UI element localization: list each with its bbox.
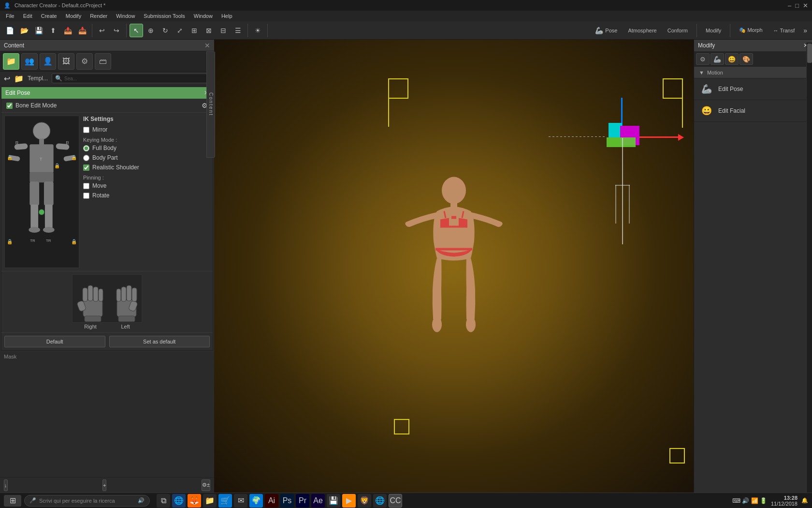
- motion-label: Motion: [707, 70, 723, 75]
- default-button[interactable]: Default: [4, 336, 105, 347]
- taskbar-app-premiere[interactable]: Pr: [296, 494, 309, 508]
- taskbar-app-firefox[interactable]: 🦊: [188, 494, 201, 508]
- toolbar-align[interactable]: ⊠: [202, 24, 216, 37]
- taskbar-app-ae[interactable]: Ae: [311, 494, 325, 508]
- menu-edit[interactable]: Edit: [19, 12, 36, 20]
- right-tab-color[interactable]: 🎨: [740, 53, 753, 65]
- template-icon: ↩: [4, 74, 10, 83]
- menu-modify[interactable]: Modify: [62, 12, 85, 20]
- pose-editor-body: R R T TR TR 🔒 🔒 🔒: [1, 113, 213, 271]
- toolbar-light[interactable]: ☀: [251, 24, 264, 37]
- close-button[interactable]: ✕: [803, 2, 808, 9]
- toolbar-scale[interactable]: ⤢: [173, 24, 187, 37]
- realistic-shoulder-row[interactable]: Realistic Shoulder: [83, 164, 210, 171]
- bottom-add-button[interactable]: +: [102, 479, 106, 491]
- toolbar-new[interactable]: 📄: [3, 24, 16, 37]
- content-tab-characters[interactable]: 👥: [21, 53, 38, 70]
- taskbar-app-taskview[interactable]: ⧉: [157, 494, 170, 508]
- taskbar-app-store[interactable]: 🛒: [218, 494, 232, 508]
- toolbar-save[interactable]: 💾: [32, 24, 45, 37]
- toolbar-open[interactable]: 📂: [17, 24, 31, 37]
- hand-svg: [73, 276, 141, 322]
- taskbar-app-illustrator[interactable]: Ai: [265, 494, 278, 508]
- bottom-down-button[interactable]: ↓: [4, 479, 8, 491]
- move-checkbox[interactable]: [83, 183, 89, 189]
- toolbar-distribute[interactable]: ⊟: [217, 24, 230, 37]
- search-bar[interactable]: 🔍 Sea...: [52, 74, 210, 83]
- taskbar-app-edge[interactable]: 🌍: [249, 494, 263, 508]
- taskbar-app-misc2[interactable]: 🌐: [373, 494, 387, 508]
- toolbar-transform[interactable]: ⊕: [144, 24, 158, 37]
- mirror-checkbox[interactable]: [83, 127, 89, 133]
- transf-label: ↔ Transf: [773, 28, 795, 33]
- right-tab-figure[interactable]: 🦾: [710, 53, 724, 65]
- body-part-radio[interactable]: [83, 155, 89, 161]
- content-tab-avatar[interactable]: 👤: [40, 53, 56, 70]
- menu-window[interactable]: Window: [112, 12, 139, 20]
- content-tab-images[interactable]: 🖼: [58, 53, 74, 70]
- move-row[interactable]: Move: [83, 182, 210, 189]
- minimize-button[interactable]: –: [788, 2, 791, 9]
- taskbar-app-mail[interactable]: ✉: [234, 494, 247, 508]
- taskbar-notification[interactable]: 🔔: [801, 497, 808, 504]
- toolbar-undo[interactable]: ↩: [95, 24, 109, 37]
- right-scrollbar[interactable]: [806, 43, 812, 493]
- taskbar-app-folder[interactable]: 📁: [203, 494, 217, 508]
- right-tab-settings[interactable]: ⚙: [696, 53, 710, 65]
- toolbar-more[interactable]: »: [801, 24, 809, 37]
- start-button[interactable]: ⊞: [4, 495, 21, 507]
- right-tab-face[interactable]: 😀: [725, 53, 739, 65]
- rotate-row[interactable]: Rotate: [83, 192, 210, 199]
- mirror-row[interactable]: Mirror: [83, 126, 210, 133]
- taskbar-app-misc1[interactable]: 🦁: [358, 494, 371, 508]
- set-as-default-button[interactable]: Set as default: [109, 336, 210, 347]
- toolbar-redo[interactable]: ↪: [110, 24, 123, 37]
- toolbar-snap[interactable]: ⊞: [188, 24, 201, 37]
- toolbar-rotate2[interactable]: ↻: [159, 24, 172, 37]
- toolbar-select[interactable]: ↖: [130, 24, 143, 37]
- bottom-controls: ↓ + ⚙±: [0, 477, 214, 493]
- toolbar-modify[interactable]: Modify: [702, 24, 725, 37]
- toolbar-export[interactable]: 📤: [61, 24, 74, 37]
- toolbar-grid[interactable]: ☰: [231, 24, 245, 37]
- lock-icon-bl: 🔒: [7, 239, 13, 244]
- taskbar-app-photoshop[interactable]: Ps: [280, 494, 294, 508]
- viewport[interactable]: [214, 40, 694, 493]
- right-scrollbar-thumb[interactable]: [807, 44, 812, 63]
- toolbar-atmosphere[interactable]: Atmosphere: [624, 24, 660, 37]
- edit-pose-item[interactable]: 🦾 Edit Pose: [694, 78, 812, 100]
- toolbar-upload[interactable]: ⬆: [46, 24, 60, 37]
- menu-window2[interactable]: Window: [190, 12, 217, 20]
- bottom-settings-button[interactable]: ⚙±: [202, 479, 210, 491]
- bone-edit-checkbox[interactable]: [6, 103, 13, 109]
- taskbar-app-vlc[interactable]: ▶: [342, 494, 356, 508]
- menu-create[interactable]: Create: [37, 12, 61, 20]
- content-tab-settings[interactable]: ⚙: [76, 53, 93, 70]
- full-body-radio[interactable]: [83, 145, 89, 151]
- content-side-tab[interactable]: Content: [206, 51, 215, 158]
- taskbar-search[interactable]: 🎤 Scrivi qui per eseguire la ricerca 🔊: [24, 495, 150, 507]
- maximize-button[interactable]: □: [795, 2, 799, 9]
- rotate-checkbox[interactable]: [83, 193, 89, 199]
- taskbar-app-storage[interactable]: 💾: [327, 494, 340, 508]
- toolbar-import[interactable]: 📥: [75, 24, 89, 37]
- full-body-row[interactable]: Full Body: [83, 145, 210, 151]
- bone-edit-mode-label[interactable]: Bone Edit Mode: [6, 102, 57, 109]
- edit-facial-item[interactable]: 😀 Edit Facial: [694, 100, 812, 122]
- toolbar-morph[interactable]: 🎭 Morph: [735, 24, 766, 37]
- menu-file[interactable]: File: [2, 12, 18, 20]
- menu-render[interactable]: Render: [86, 12, 111, 20]
- taskbar-app-cc[interactable]: CC: [389, 494, 402, 508]
- gizmo-skeleton-r-leg: [629, 185, 630, 224]
- body-part-row[interactable]: Body Part: [83, 154, 210, 161]
- realistic-shoulder-checkbox[interactable]: [83, 164, 89, 171]
- menu-help[interactable]: Help: [218, 12, 236, 20]
- taskbar-app-ie[interactable]: 🌐: [172, 494, 186, 508]
- content-close[interactable]: ✕: [204, 42, 210, 49]
- toolbar-transf[interactable]: ↔ Transf: [769, 24, 799, 37]
- menu-submission-tools[interactable]: Submission Tools: [140, 12, 188, 20]
- content-tab-files[interactable]: 📁: [3, 53, 19, 70]
- content-tab-gallery[interactable]: 🗃: [95, 53, 111, 70]
- toolbar-pose[interactable]: 🦾 Pose: [591, 24, 621, 37]
- toolbar-conform[interactable]: Conform: [664, 24, 692, 37]
